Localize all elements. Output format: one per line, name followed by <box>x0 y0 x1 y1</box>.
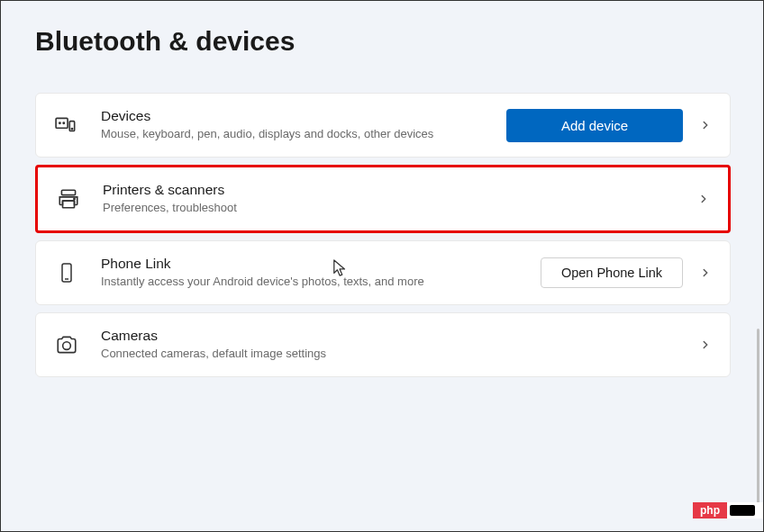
watermark: php <box>693 502 763 518</box>
cameras-text: Cameras Connected cameras, default image… <box>101 328 699 362</box>
open-phone-link-button[interactable]: Open Phone Link <box>541 257 683 288</box>
page-title: Bluetooth & devices <box>35 26 731 57</box>
svg-rect-6 <box>63 201 75 208</box>
printers-scanners-row[interactable]: Printers & scanners Preferences, trouble… <box>35 165 731 233</box>
watermark-text: php <box>693 502 727 518</box>
chevron-right-icon <box>697 193 710 205</box>
camera-icon <box>54 332 79 357</box>
cameras-row[interactable]: Cameras Connected cameras, default image… <box>35 312 731 377</box>
phone-link-text: Phone Link Instantly access your Android… <box>101 256 541 290</box>
svg-point-2 <box>63 122 64 123</box>
devices-text: Devices Mouse, keyboard, pen, audio, dis… <box>101 108 506 142</box>
settings-panel: Bluetooth & devices Devices Mouse, keybo… <box>1 1 763 377</box>
devices-icon <box>54 113 79 138</box>
chevron-right-icon <box>699 338 712 351</box>
svg-rect-5 <box>61 190 75 194</box>
chevron-right-icon <box>699 266 712 279</box>
svg-point-1 <box>59 122 60 123</box>
phone-link-subtitle: Instantly access your Android device's p… <box>101 274 541 290</box>
cameras-subtitle: Connected cameras, default image setting… <box>101 346 699 362</box>
devices-title: Devices <box>101 108 506 124</box>
svg-point-10 <box>63 341 71 349</box>
printer-icon <box>56 186 81 212</box>
svg-point-7 <box>74 198 75 199</box>
devices-subtitle: Mouse, keyboard, pen, audio, displays an… <box>101 126 506 142</box>
phone-icon <box>54 260 79 285</box>
cameras-title: Cameras <box>101 328 699 344</box>
printers-text: Printers & scanners Preferences, trouble… <box>103 182 697 216</box>
chevron-right-icon <box>699 119 712 131</box>
phone-link-title: Phone Link <box>101 256 541 272</box>
phone-link-action: Open Phone Link <box>541 257 683 288</box>
svg-rect-0 <box>56 118 68 128</box>
devices-row[interactable]: Devices Mouse, keyboard, pen, audio, dis… <box>35 93 731 158</box>
devices-action: Add device <box>506 109 683 142</box>
svg-point-4 <box>71 129 72 130</box>
printers-title: Printers & scanners <box>103 182 697 198</box>
phone-link-row[interactable]: Phone Link Instantly access your Android… <box>35 240 731 305</box>
printers-subtitle: Preferences, troubleshoot <box>103 200 697 216</box>
add-device-button[interactable]: Add device <box>506 109 683 142</box>
scrollbar[interactable] <box>757 329 759 516</box>
